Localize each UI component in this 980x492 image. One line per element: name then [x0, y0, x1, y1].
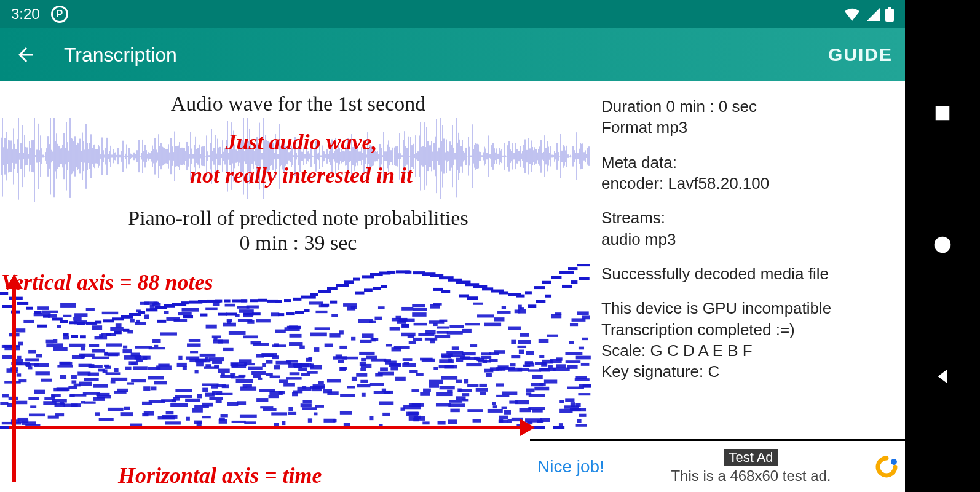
- svg-rect-932: [401, 324, 409, 328]
- y-axis-arrow: [12, 285, 16, 482]
- svg-rect-596: [437, 327, 449, 329]
- svg-rect-608: [99, 418, 114, 421]
- svg-rect-555: [405, 271, 411, 274]
- svg-rect-842: [360, 368, 366, 371]
- nav-home-button[interactable]: [933, 235, 952, 257]
- svg-rect-1170: [436, 403, 451, 406]
- svg-rect-1044: [403, 358, 413, 361]
- svg-rect-533: [286, 312, 295, 315]
- svg-rect-1005: [194, 405, 209, 408]
- svg-rect-1063: [369, 416, 373, 420]
- svg-rect-614: [286, 377, 302, 380]
- svg-rect-1174: [499, 419, 504, 422]
- svg-rect-1093: [412, 304, 425, 307]
- svg-rect-1060: [60, 303, 76, 308]
- svg-rect-851: [577, 419, 582, 423]
- svg-rect-1030: [186, 417, 190, 421]
- svg-rect-924: [204, 366, 219, 368]
- info-completed: Transcription completed :=): [601, 319, 896, 340]
- ad-nice-job: Nice job!: [537, 457, 604, 477]
- nav-recent-button[interactable]: [933, 104, 952, 125]
- svg-rect-605: [74, 320, 87, 324]
- svg-rect-699: [36, 354, 42, 358]
- svg-rect-595: [340, 394, 355, 397]
- svg-rect-925: [236, 379, 253, 383]
- back-button[interactable]: [9, 38, 43, 72]
- svg-rect-1205: [247, 384, 252, 388]
- svg-rect-998: [401, 307, 413, 311]
- svg-rect-995: [323, 389, 332, 393]
- svg-rect-1050: [209, 397, 223, 400]
- info-pane: Duration 0 min : 0 sec Format mp3 Meta d…: [596, 81, 905, 492]
- svg-rect-497: [80, 335, 86, 338]
- svg-rect-912: [251, 371, 266, 375]
- svg-rect-1175: [259, 389, 275, 392]
- svg-rect-526: [250, 299, 258, 302]
- svg-rect-988: [185, 399, 200, 402]
- annotation-horizontal-axis: Horizontal axis = time: [118, 462, 322, 488]
- svg-rect-927: [339, 367, 346, 371]
- svg-rect-579: [551, 276, 561, 279]
- svg-rect-539: [318, 290, 331, 293]
- svg-rect-891: [331, 314, 338, 317]
- svg-rect-487: [26, 307, 33, 310]
- svg-rect-952: [579, 414, 586, 417]
- svg-rect-1041: [423, 389, 431, 392]
- svg-rect-716: [539, 355, 544, 358]
- svg-rect-745: [156, 365, 172, 370]
- svg-rect-1083: [329, 333, 340, 338]
- svg-rect-1011: [582, 315, 590, 319]
- svg-rect-968: [197, 394, 202, 399]
- svg-rect-669: [256, 319, 270, 322]
- svg-rect-986: [496, 395, 509, 397]
- svg-rect-961: [71, 380, 76, 383]
- svg-rect-833: [189, 339, 200, 342]
- svg-rect-543: [336, 284, 349, 287]
- svg-rect-1146: [195, 370, 199, 374]
- svg-rect-1003: [41, 379, 52, 382]
- svg-rect-652: [359, 352, 374, 355]
- svg-rect-1189: [165, 421, 181, 424]
- svg-rect-618: [314, 413, 317, 416]
- svg-rect-779: [29, 414, 45, 417]
- svg-rect-791: [449, 400, 462, 402]
- svg-rect-930: [531, 383, 544, 386]
- info-streams-label: Streams:: [601, 207, 896, 228]
- svg-rect-594: [411, 389, 419, 392]
- svg-rect-1048: [95, 336, 108, 340]
- svg-rect-1090: [384, 391, 393, 394]
- svg-rect-1173: [23, 320, 34, 323]
- svg-rect-1105: [534, 387, 549, 391]
- svg-rect-758: [63, 315, 71, 317]
- svg-rect-1206: [0, 426, 9, 429]
- svg-rect-663: [186, 356, 199, 359]
- svg-rect-832: [196, 362, 204, 366]
- svg-rect-1101: [532, 409, 543, 412]
- status-time: 3:20: [11, 6, 40, 23]
- svg-rect-788: [106, 343, 122, 346]
- svg-rect-869: [486, 373, 492, 377]
- svg-rect-933: [456, 358, 463, 362]
- svg-rect-711: [315, 311, 327, 313]
- svg-rect-768: [51, 394, 61, 397]
- svg-rect-734: [124, 407, 130, 410]
- svg-rect-1199: [439, 365, 454, 368]
- svg-rect-624: [565, 398, 574, 402]
- svg-rect-1112: [483, 359, 487, 363]
- svg-rect-0: [885, 9, 894, 22]
- nav-back-button[interactable]: [933, 367, 952, 388]
- svg-rect-519: [215, 300, 222, 303]
- guide-button[interactable]: GUIDE: [828, 44, 893, 65]
- svg-rect-1079: [36, 371, 50, 375]
- svg-rect-1127: [208, 357, 224, 361]
- content-area: Audio wave for the 1st second Piano-roll…: [0, 81, 905, 492]
- svg-rect-697: [362, 393, 366, 397]
- svg-rect-756: [30, 405, 36, 408]
- svg-rect-899: [413, 338, 422, 341]
- ad-banner[interactable]: Nice job! Test Ad This is a 468x60 test …: [530, 439, 905, 492]
- svg-rect-819: [429, 384, 439, 388]
- svg-rect-1124: [577, 311, 589, 315]
- svg-rect-517: [200, 314, 207, 317]
- svg-rect-1095: [502, 407, 507, 409]
- svg-rect-524: [241, 299, 247, 302]
